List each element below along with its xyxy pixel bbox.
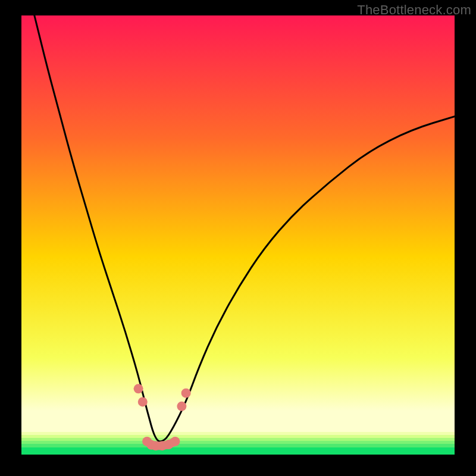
left-marker-2 <box>138 397 148 406</box>
left-marker-1 <box>134 384 143 393</box>
chart-frame: TheBottleneck.com <box>0 0 476 476</box>
bottleneck-curve <box>35 15 455 441</box>
right-marker-2 <box>181 389 191 398</box>
curve-layer <box>21 15 455 455</box>
floor-marker-6 <box>170 437 180 446</box>
right-marker-1 <box>177 402 186 411</box>
watermark-text: TheBottleneck.com <box>357 2 471 18</box>
plot-area <box>21 15 455 455</box>
